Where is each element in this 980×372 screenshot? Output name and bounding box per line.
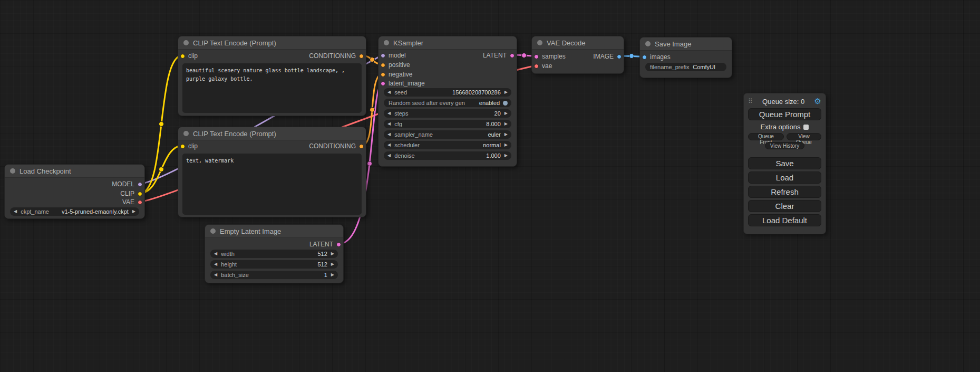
wire-midpoint-dot — [370, 108, 375, 112]
increment-arrow-icon[interactable]: ▶ — [331, 252, 334, 256]
conditioning-output-dot[interactable] — [359, 54, 364, 59]
collapse-dot-icon[interactable] — [183, 40, 189, 45]
node-title-bar[interactable]: Save Image — [640, 37, 732, 51]
width-widget[interactable]: ◀ width 512 ▶ — [210, 250, 338, 258]
wire-midpoint-dot — [159, 122, 164, 127]
refresh-button[interactable]: Refresh — [748, 186, 821, 198]
node-save-image[interactable]: Save Image images filename_prefix ComfyU… — [639, 37, 732, 78]
vae-output-dot[interactable] — [138, 200, 142, 205]
drag-handle-icon[interactable]: ⠿ — [748, 98, 753, 105]
images-input-dot[interactable] — [642, 55, 647, 60]
collapse-dot-icon[interactable] — [645, 41, 651, 46]
denoise-widget[interactable]: ◀ denoise 1.000 ▶ — [384, 151, 511, 160]
node-graph-canvas[interactable]: Load Checkpoint MODEL CLIP VAE ◀ ckpt_na… — [0, 0, 980, 372]
collapse-dot-icon[interactable] — [210, 228, 216, 234]
decrement-arrow-icon[interactable]: ◀ — [387, 132, 391, 137]
input-slot-clip: clip — [180, 142, 198, 150]
widget-name: Random seed after every gen — [389, 100, 465, 106]
node-empty-latent-image[interactable]: Empty Latent Image LATENT ◀ width 512 ▶ … — [205, 224, 344, 283]
increment-arrow-icon[interactable]: ▶ — [504, 111, 508, 116]
collapse-dot-icon[interactable] — [10, 168, 15, 174]
increment-arrow-icon[interactable]: ▶ — [331, 273, 334, 277]
widget-value: ComfyUI — [693, 64, 715, 70]
decrement-arrow-icon[interactable]: ◀ — [214, 252, 217, 256]
latent-output-dot[interactable] — [510, 53, 515, 58]
increment-arrow-icon[interactable]: ▶ — [132, 209, 135, 214]
queue-prompt-button[interactable]: Queue Prompt — [748, 108, 821, 120]
increment-arrow-icon[interactable]: ▶ — [504, 132, 508, 137]
node-load-checkpoint[interactable]: Load Checkpoint MODEL CLIP VAE ◀ ckpt_na… — [4, 164, 145, 219]
decrement-arrow-icon[interactable]: ◀ — [387, 111, 391, 116]
clear-button[interactable]: Clear — [748, 200, 821, 212]
clip-input-dot[interactable] — [180, 54, 185, 59]
slot-label: MODEL — [112, 180, 134, 188]
node-title-bar[interactable]: CLIP Text Encode (Prompt) — [178, 36, 366, 50]
increment-arrow-icon[interactable]: ▶ — [331, 262, 334, 266]
view-queue-button[interactable]: View Queue — [787, 133, 821, 140]
extra-options-checkbox[interactable] — [803, 125, 809, 130]
collapse-dot-icon[interactable] — [183, 131, 189, 136]
negative-prompt-textarea[interactable]: text, watermark — [182, 154, 362, 215]
output-slot-conditioning: CONDITIONING — [309, 142, 364, 150]
control-after-generate-widget[interactable]: Random seed after every gen enabled — [384, 99, 511, 107]
node-vae-decode[interactable]: VAE Decode samples vae IMAGE — [531, 36, 624, 74]
samples-input-dot[interactable] — [534, 54, 539, 59]
vae-input-dot[interactable] — [534, 64, 539, 69]
node-title-bar[interactable]: VAE Decode — [532, 36, 624, 50]
positive-prompt-textarea[interactable]: beautiful scenery nature glass bottle la… — [182, 63, 362, 113]
save-button[interactable]: Save — [748, 157, 821, 169]
load-button[interactable]: Load — [748, 171, 821, 184]
widget-name: steps — [394, 110, 408, 117]
node-clip-text-encode-positive[interactable]: CLIP Text Encode (Prompt) clip CONDITION… — [178, 36, 366, 116]
decrement-arrow-icon[interactable]: ◀ — [214, 273, 217, 277]
sampler-name-widget[interactable]: ◀ sampler_name euler ▶ — [384, 130, 511, 139]
height-widget[interactable]: ◀ height 512 ▶ — [210, 260, 338, 269]
decrement-arrow-icon[interactable]: ◀ — [387, 122, 391, 126]
input-slot-negative: negative — [381, 70, 412, 79]
increment-arrow-icon[interactable]: ▶ — [504, 154, 508, 158]
latent-output-dot[interactable] — [336, 242, 341, 247]
decrement-arrow-icon[interactable]: ◀ — [387, 143, 391, 147]
decrement-arrow-icon[interactable]: ◀ — [14, 209, 17, 214]
node-clip-text-encode-negative[interactable]: CLIP Text Encode (Prompt) clip CONDITION… — [178, 127, 366, 217]
collapse-dot-icon[interactable] — [537, 40, 542, 45]
seed-widget[interactable]: ◀ seed 156680208700286 ▶ — [384, 88, 511, 97]
filename-prefix-widget[interactable]: filename_prefix ComfyUI — [645, 63, 726, 71]
scheduler-widget[interactable]: ◀ scheduler normal ▶ — [384, 141, 511, 149]
seed-toggle-dot[interactable] — [503, 101, 508, 106]
increment-arrow-icon[interactable]: ▶ — [504, 143, 508, 147]
image-output-dot[interactable] — [617, 54, 622, 59]
increment-arrow-icon[interactable]: ▶ — [504, 90, 508, 94]
clip-output-dot[interactable] — [138, 192, 142, 196]
decrement-arrow-icon[interactable]: ◀ — [214, 262, 217, 266]
batch-size-widget[interactable]: ◀ batch_size 1 ▶ — [210, 271, 338, 279]
load-default-button[interactable]: Load Default — [748, 214, 821, 226]
node-title-bar[interactable]: KSampler — [379, 36, 517, 50]
node-title-bar[interactable]: Empty Latent Image — [205, 225, 343, 238]
node-title: VAE Decode — [547, 39, 585, 47]
negative-input-dot[interactable] — [381, 72, 385, 77]
node-ksampler[interactable]: KSampler model positive negative latent_… — [378, 36, 517, 167]
clip-input-dot[interactable] — [180, 144, 185, 149]
ckpt-name-widget[interactable]: ◀ ckpt_name v1-5-pruned-emaonly.ckpt ▶ — [10, 207, 139, 216]
positive-input-dot[interactable] — [381, 63, 385, 68]
extra-options-label: Extra options — [761, 123, 801, 131]
widget-name: denoise — [394, 152, 415, 159]
decrement-arrow-icon[interactable]: ◀ — [387, 154, 391, 158]
widget-name: width — [221, 251, 235, 257]
collapse-dot-icon[interactable] — [384, 40, 389, 45]
queue-front-button[interactable]: Queue Front — [748, 133, 784, 140]
node-title-bar[interactable]: CLIP Text Encode (Prompt) — [178, 127, 366, 140]
node-title-bar[interactable]: Load Checkpoint — [5, 165, 144, 178]
settings-gear-icon[interactable]: ⚙ — [814, 97, 821, 106]
model-output-dot[interactable] — [138, 182, 142, 187]
steps-widget[interactable]: ◀ steps 20 ▶ — [384, 109, 511, 118]
latent-image-input-dot[interactable] — [381, 81, 385, 86]
model-input-dot[interactable] — [381, 53, 385, 58]
input-slot-positive: positive — [381, 61, 410, 69]
cfg-widget[interactable]: ◀ cfg 8.000 ▶ — [384, 120, 511, 128]
decrement-arrow-icon[interactable]: ◀ — [387, 90, 391, 94]
conditioning-output-dot[interactable] — [359, 144, 364, 149]
increment-arrow-icon[interactable]: ▶ — [504, 122, 508, 126]
view-history-button[interactable]: View History — [765, 142, 804, 149]
